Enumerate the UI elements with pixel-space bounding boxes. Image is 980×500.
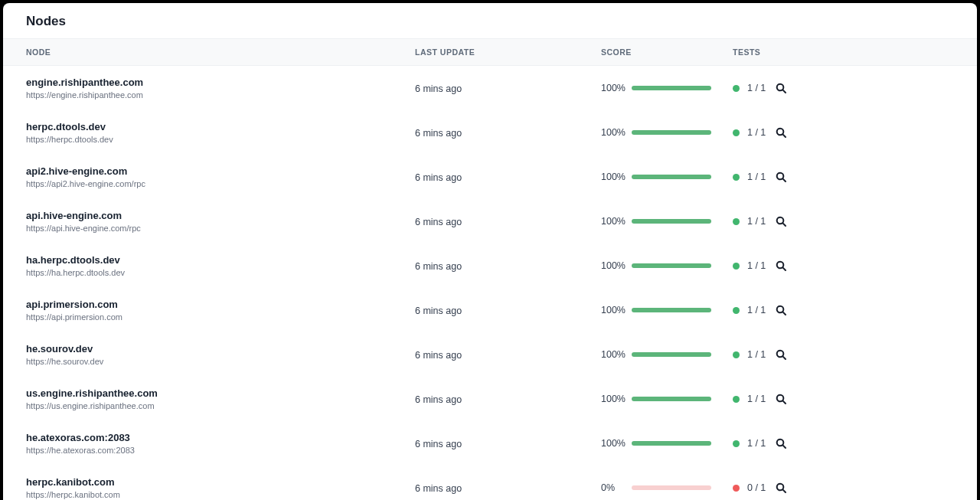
svg-line-19 (782, 489, 786, 492)
node-url: https://api.hive-engine.com/rpc (26, 224, 415, 233)
last-update-text: 6 mins ago (415, 350, 462, 361)
svg-line-11 (782, 312, 786, 315)
cell-node: he.atexoras.com:2083https://he.atexoras.… (26, 432, 415, 455)
cell-tests: 1 / 1 (733, 393, 954, 405)
node-name: api.hive-engine.com (26, 210, 415, 221)
tests-text: 1 / 1 (747, 260, 767, 271)
cell-last-update: 6 mins ago (415, 214, 601, 228)
search-icon[interactable] (775, 437, 787, 449)
cell-node: api2.hive-engine.comhttps://api2.hive-en… (26, 165, 415, 188)
last-update-text: 6 mins ago (415, 483, 462, 494)
svg-line-3 (782, 134, 786, 137)
cell-score: 100% (601, 172, 733, 182)
tests-text: 1 / 1 (747, 216, 767, 227)
table-row: he.sourov.devhttps://he.sourov.dev6 mins… (3, 332, 977, 377)
cell-score: 100% (601, 305, 733, 315)
col-header-node: NODE (26, 47, 415, 57)
svg-line-7 (782, 223, 786, 226)
search-icon[interactable] (775, 215, 787, 227)
score-text: 100% (601, 83, 626, 93)
node-name: he.sourov.dev (26, 343, 415, 355)
cell-last-update: 6 mins ago (415, 348, 601, 361)
last-update-text: 6 mins ago (415, 128, 462, 139)
table-row: api.hive-engine.comhttps://api.hive-engi… (3, 199, 977, 243)
cell-node: herpc.kanibot.comhttps://herpc.kanibot.c… (26, 476, 415, 499)
status-dot (733, 396, 740, 403)
node-name: api2.hive-engine.com (26, 165, 415, 177)
cell-last-update: 6 mins ago (415, 170, 601, 184)
search-icon[interactable] (775, 482, 787, 494)
node-name: he.atexoras.com:2083 (26, 432, 415, 443)
node-url: https://herpc.kanibot.com (26, 490, 415, 499)
status-dot (733, 263, 740, 270)
score-bar (632, 308, 711, 312)
cell-node: engine.rishipanthee.comhttps://engine.ri… (26, 77, 415, 100)
cell-last-update: 6 mins ago (415, 392, 601, 406)
score-bar (632, 175, 711, 179)
status-dot (733, 218, 740, 225)
cell-score: 100% (601, 349, 733, 360)
tests-text: 1 / 1 (747, 438, 767, 449)
cell-score: 100% (601, 260, 733, 271)
tests-text: 0 / 1 (747, 482, 767, 493)
cell-tests: 1 / 1 (733, 437, 954, 449)
table-header-row: NODE LAST UPDATE SCORE TESTS (3, 38, 977, 66)
cell-score: 100% (601, 438, 733, 449)
search-icon[interactable] (775, 171, 787, 183)
score-text: 100% (601, 260, 626, 271)
table-row: api2.hive-engine.comhttps://api2.hive-en… (3, 155, 977, 199)
search-icon[interactable] (775, 348, 787, 361)
last-update-text: 6 mins ago (415, 83, 462, 94)
tests-text: 1 / 1 (747, 83, 767, 93)
cell-last-update: 6 mins ago (415, 481, 601, 495)
score-text: 100% (601, 172, 626, 182)
status-dot (733, 174, 740, 181)
table-row: he.atexoras.com:2083https://he.atexoras.… (3, 421, 977, 466)
cell-node: ha.herpc.dtools.devhttps://ha.herpc.dtoo… (26, 254, 415, 277)
score-text: 100% (601, 216, 626, 227)
app-frame: Nodes NODE LAST UPDATE SCORE TESTS engin… (3, 3, 977, 500)
node-name: herpc.kanibot.com (26, 476, 415, 488)
cell-tests: 1 / 1 (733, 82, 954, 94)
svg-line-13 (782, 356, 786, 359)
score-text: 100% (601, 349, 626, 360)
search-icon[interactable] (775, 82, 787, 94)
cell-tests: 1 / 1 (733, 304, 954, 316)
cell-node: herpc.dtools.devhttps://herpc.dtools.dev (26, 121, 415, 144)
cell-tests: 0 / 1 (733, 482, 954, 494)
search-icon[interactable] (775, 126, 787, 139)
search-icon[interactable] (775, 393, 787, 405)
cell-score: 100% (601, 216, 733, 227)
col-header-tests: TESTS (733, 47, 954, 57)
svg-line-5 (782, 178, 786, 181)
node-name: herpc.dtools.dev (26, 121, 415, 132)
svg-line-17 (782, 445, 786, 448)
cell-tests: 1 / 1 (733, 348, 954, 361)
page-title: Nodes (3, 3, 977, 38)
status-dot (733, 85, 740, 92)
table-row: ha.herpc.dtools.devhttps://ha.herpc.dtoo… (3, 243, 977, 288)
table-row: engine.rishipanthee.comhttps://engine.ri… (3, 66, 977, 110)
node-name: ha.herpc.dtools.dev (26, 254, 415, 266)
cell-last-update: 6 mins ago (415, 81, 601, 95)
score-bar (632, 397, 711, 401)
search-icon[interactable] (775, 304, 787, 316)
cell-node: us.engine.rishipanthee.comhttps://us.eng… (26, 387, 415, 410)
tests-text: 1 / 1 (747, 349, 767, 360)
score-bar (632, 130, 711, 135)
score-text: 100% (601, 305, 626, 315)
status-dot (733, 351, 740, 358)
tests-text: 1 / 1 (747, 305, 767, 315)
cell-last-update: 6 mins ago (415, 303, 601, 317)
node-url: https://us.engine.rishipanthee.com (26, 401, 415, 410)
node-url: https://engine.rishipanthee.com (26, 90, 415, 100)
node-name: engine.rishipanthee.com (26, 77, 415, 88)
score-bar (632, 263, 711, 268)
score-text: 100% (601, 127, 626, 138)
table-row: herpc.dtools.devhttps://herpc.dtools.dev… (3, 110, 977, 155)
node-url: https://api2.hive-engine.com/rpc (26, 179, 415, 188)
score-bar (632, 86, 711, 90)
cell-last-update: 6 mins ago (415, 259, 601, 273)
last-update-text: 6 mins ago (415, 217, 462, 227)
search-icon[interactable] (775, 260, 787, 272)
